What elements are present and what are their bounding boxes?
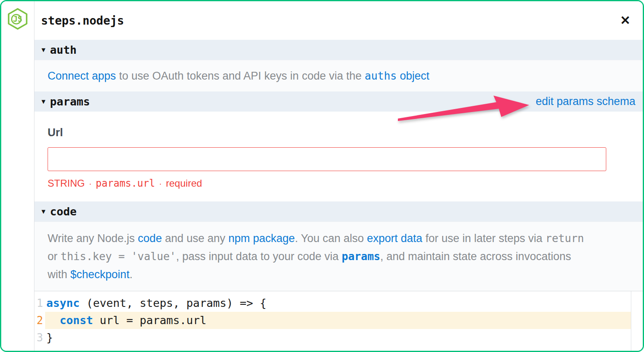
- close-icon[interactable]: ✕: [620, 14, 630, 27]
- code-desc-text: . You can also: [295, 232, 367, 245]
- auths-object-link-mono[interactable]: auths: [365, 70, 397, 82]
- return-code-text: return: [546, 232, 584, 245]
- this-key-code-text: this.key = 'value': [61, 250, 176, 263]
- params-link[interactable]: params: [342, 250, 380, 263]
- code-desc-text: Write any Node.js: [48, 232, 138, 245]
- code-desc-text: and use any: [162, 232, 228, 245]
- line-number-active: 2: [34, 314, 45, 327]
- code-description: Write any Node.js code and use any npm p…: [34, 222, 643, 291]
- hint-path: params.url: [96, 178, 155, 189]
- step-title: steps.nodejs: [41, 14, 124, 27]
- code-desc-text: , pass input data to your code via: [176, 250, 342, 263]
- step-editor-window: JS steps.nodejs ✕ ▼ auth Connect apps to…: [0, 0, 644, 352]
- edit-params-schema-link[interactable]: edit params schema: [536, 95, 635, 108]
- line-number: 3: [34, 331, 45, 344]
- auth-section-label: auth: [50, 43, 77, 56]
- keyword-token: const: [60, 314, 93, 327]
- code-line-2[interactable]: 2 const url = params.url: [34, 312, 643, 329]
- line-number: 1: [34, 297, 45, 309]
- collapse-triangle-icon[interactable]: ▼: [40, 98, 47, 105]
- code-description-line3: with $checkpoint.: [48, 265, 618, 283]
- export-data-link[interactable]: export data: [367, 232, 422, 245]
- code-desc-text: with: [48, 268, 71, 281]
- code-editor[interactable]: 1 async (event, steps, params) => { 2 co…: [34, 291, 643, 351]
- code-line-1[interactable]: 1 async (event, steps, params) => {: [34, 295, 643, 312]
- step-main-panel: steps.nodejs ✕ ▼ auth Connect apps to us…: [34, 1, 643, 351]
- step-titlebar: steps.nodejs ✕: [34, 1, 643, 40]
- code-desc-text: or: [48, 250, 61, 263]
- auth-description-text: to use OAuth tokens and API keys in code…: [116, 70, 365, 82]
- keyword-token: async: [46, 297, 80, 309]
- step-sidebar: JS: [1, 1, 34, 351]
- auths-object-link[interactable]: object: [397, 70, 429, 82]
- hint-type: STRING: [48, 178, 85, 189]
- auth-section-header[interactable]: ▼ auth: [34, 40, 643, 60]
- auth-description: Connect apps to use OAuth tokens and API…: [34, 60, 643, 91]
- nodejs-logo-icon: JS: [7, 7, 28, 30]
- url-field-label: Url: [48, 126, 643, 139]
- code-section-header[interactable]: ▼ code: [34, 201, 643, 222]
- code-token: }: [46, 331, 53, 344]
- checkpoint-link[interactable]: $checkpoint: [71, 268, 130, 281]
- params-body: Url STRING · params.url · required: [34, 112, 643, 201]
- hint-separator: ·: [159, 179, 162, 188]
- code-description-line2: or this.key = 'value', pass input data t…: [48, 247, 618, 265]
- collapse-triangle-icon[interactable]: ▼: [40, 46, 47, 54]
- collapse-triangle-icon[interactable]: ▼: [40, 208, 47, 215]
- url-field-hint: STRING · params.url · required: [48, 178, 643, 189]
- code-description-line1: Write any Node.js code and use any npm p…: [48, 229, 618, 247]
- code-docs-link[interactable]: code: [138, 232, 162, 245]
- code-desc-text: , and maintain state across invocations: [380, 250, 571, 263]
- npm-package-link[interactable]: npm package: [228, 232, 295, 245]
- code-token: url = params.url: [93, 314, 206, 327]
- code-desc-text: .: [130, 268, 133, 281]
- connect-apps-link[interactable]: Connect apps: [48, 70, 116, 82]
- code-line-3[interactable]: 3 }: [34, 329, 643, 346]
- code-desc-text: for use in later steps via: [422, 232, 546, 245]
- params-section-label: params: [50, 95, 90, 108]
- code-token: (event, steps, params) => {: [80, 297, 266, 309]
- hint-required: required: [166, 178, 202, 189]
- params-section-header[interactable]: ▼ params edit params schema: [34, 91, 643, 112]
- code-section-label: code: [50, 205, 77, 218]
- editor-scrollbar-divider: [631, 291, 631, 351]
- url-input[interactable]: [48, 147, 606, 171]
- svg-text:JS: JS: [13, 15, 22, 23]
- hint-separator: ·: [89, 179, 92, 188]
